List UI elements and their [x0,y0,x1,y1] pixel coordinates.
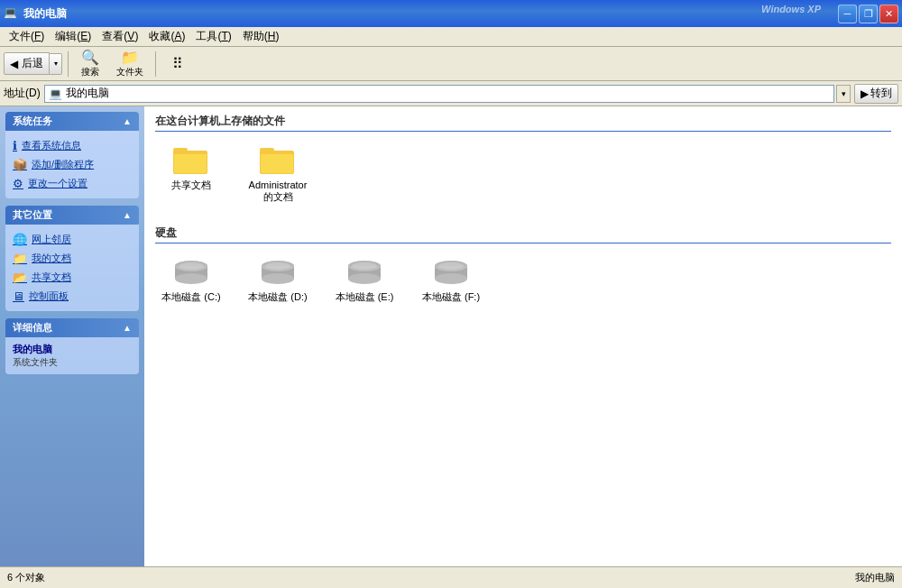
svg-point-25 [435,273,467,284]
svg-point-22 [352,262,377,270]
details-subtitle: 系统文件夹 [13,356,132,369]
mydocs-label: 我的文档 [32,252,71,265]
minimize-button[interactable]: ─ [838,5,857,23]
list-item[interactable]: Administrator 的文档 [242,141,314,207]
shareddocs-label: 共享文档 [32,271,71,284]
details-title: 我的电脑 [13,343,132,356]
window-title: 我的电脑 [23,6,67,22]
back-dropdown[interactable]: ▾ [50,53,62,75]
list-item[interactable]: 本地磁盘 (F:) [415,253,487,308]
back-button[interactable]: ◀ 后退 [4,52,50,75]
item-label: 本地磁盘 (E:) [336,291,394,303]
go-button[interactable]: ▶ 转到 [854,84,898,104]
mydocs-icon: 📁 [13,252,27,265]
details-section: 详细信息 ▲ 我的电脑 系统文件夹 [5,318,139,374]
item-label: 共享文档 [171,179,211,191]
item-label: 本地磁盘 (F:) [422,291,480,303]
list-item[interactable]: 共享文档 [155,141,227,207]
views-icon: ⠿ [172,56,183,72]
controlpanel-icon: 🖥 [13,289,24,303]
drives-section-title: 硬盘 [155,225,891,243]
drive-icon [260,257,296,288]
search-button[interactable]: 🔍 搜索 [74,47,106,81]
restore-button[interactable]: ❐ [859,5,878,23]
item-label: 本地磁盘 (C:) [161,291,220,303]
sidebar-item-sysinfo[interactable]: ℹ 查看系统信息 [9,136,135,155]
sidebar-item-addremove[interactable]: 📦 添加/删除程序 [9,155,135,174]
list-item[interactable]: 本地磁盘 (D:) [242,253,314,308]
svg-point-10 [175,273,207,284]
address-icon: 💻 [49,87,62,100]
main-area: 系统任务 ▲ ℹ 查看系统信息 📦 添加/删除程序 ⚙ 更改一个设置 [0,106,902,566]
network-label: 网上邻居 [32,233,71,246]
system-tasks-content: ℹ 查看系统信息 📦 添加/删除程序 ⚙ 更改一个设置 [5,131,139,198]
sidebar: 系统任务 ▲ ℹ 查看系统信息 📦 添加/删除程序 ⚙ 更改一个设置 [0,106,144,566]
files-section: 在这台计算机上存储的文件 共享文档 [155,114,891,207]
search-icon: 🔍 [81,50,99,66]
menu-bar: 文件(F) 编辑(E) 查看(V) 收藏(A) 工具(T) 帮助(H) [0,27,902,47]
sidebar-item-shareddocs[interactable]: 📂 共享文档 [9,268,135,287]
nav-group: ◀ 后退 ▾ [4,52,62,75]
svg-point-17 [265,262,290,270]
settings-icon: ⚙ [13,177,23,190]
address-dropdown[interactable]: ▾ [836,85,851,103]
folders-button[interactable]: 📁 文件夹 [110,47,150,81]
system-tasks-section: 系统任务 ▲ ℹ 查看系统信息 📦 添加/删除程序 ⚙ 更改一个设置 [5,112,139,198]
svg-rect-2 [174,152,207,173]
drives-section: 硬盘 本地磁盘 (C:) [155,225,891,308]
sidebar-item-network[interactable]: 🌐 网上邻居 [9,230,135,249]
address-input[interactable]: 💻 我的电脑 [44,85,834,103]
network-icon: 🌐 [13,233,27,246]
addremove-label: 添加/删除程序 [32,158,94,171]
menu-view[interactable]: 查看(V) [97,27,143,46]
menu-tools[interactable]: 工具(T) [190,27,236,46]
toolbar: ◀ 后退 ▾ 🔍 搜索 📁 文件夹 ⠿ [0,47,902,81]
sidebar-item-controlpanel[interactable]: 🖥 控制面板 [9,287,135,306]
drive-icon [173,257,209,288]
go-arrow-icon: ▶ [861,87,869,100]
menu-favorites[interactable]: 收藏(A) [143,27,190,46]
back-arrow-icon: ◀ [10,58,18,70]
folder-icon [173,145,209,176]
sidebar-item-mydocs[interactable]: 📁 我的文档 [9,249,135,268]
sysinfo-icon: ℹ [13,139,17,152]
sidebar-item-settings[interactable]: ⚙ 更改一个设置 [9,174,135,193]
close-button[interactable]: ✕ [879,5,898,23]
address-input-wrapper: 💻 我的电脑 ▾ [44,85,851,103]
addremove-icon: 📦 [13,158,27,171]
other-places-label: 其它位置 [13,208,52,222]
settings-label: 更改一个设置 [28,177,87,190]
menu-help[interactable]: 帮助(H) [237,27,285,46]
svg-point-15 [262,273,294,284]
details-chevron: ▲ [123,323,132,333]
address-label: 地址(D) [4,86,41,101]
xp-logo: Windows XP [761,4,821,14]
svg-rect-3 [174,152,207,154]
list-item[interactable]: 本地磁盘 (C:) [155,253,227,308]
details-content: 我的电脑 系统文件夹 [5,337,139,374]
menu-file[interactable]: 文件(F) [4,27,50,46]
title-controls: ─ ❐ ✕ [838,5,898,23]
menu-edit[interactable]: 编辑(E) [50,27,97,46]
address-value: 我的电脑 [66,86,109,101]
files-section-title: 在这台计算机上存储的文件 [155,114,891,132]
drives-grid: 本地磁盘 (C:) 本地磁盘 (D:) [155,253,891,308]
other-places-header[interactable]: 其它位置 ▲ [5,206,139,225]
system-tasks-label: 系统任务 [13,115,52,128]
details-header[interactable]: 详细信息 ▲ [5,318,139,337]
folders-icon: 📁 [121,50,139,66]
content-area: 在这台计算机上存储的文件 共享文档 [144,106,902,566]
other-places-chevron: ▲ [123,210,132,220]
views-button[interactable]: ⠿ [161,53,194,75]
system-tasks-chevron: ▲ [123,116,132,126]
item-label: 本地磁盘 (D:) [248,291,307,303]
title-bar-left: 💻 我的电脑 [4,6,67,22]
list-item[interactable]: 本地磁盘 (E:) [328,253,400,308]
system-tasks-header[interactable]: 系统任务 ▲ [5,112,139,131]
other-places-content: 🌐 网上邻居 📁 我的文档 📂 共享文档 🖥 控制面板 [5,225,139,311]
go-label: 转到 [870,86,892,101]
toolbar-separator-1 [68,51,69,77]
window-icon: 💻 [4,6,18,21]
status-bar: 6 个对象 我的电脑 [0,566,902,588]
svg-point-20 [348,273,381,284]
